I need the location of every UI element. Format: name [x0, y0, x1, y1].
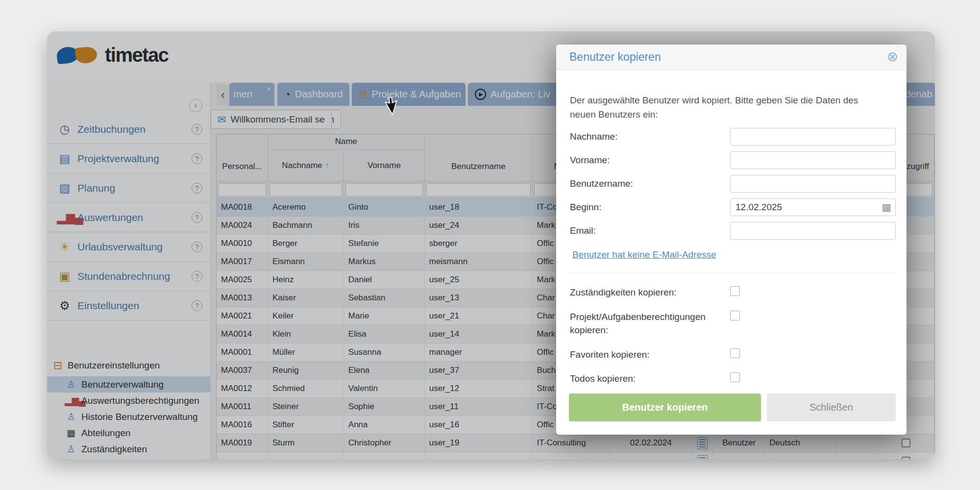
sidebar-collapse-button[interactable]: ‹	[189, 99, 202, 112]
cell-vorname	[344, 452, 425, 459]
help-icon[interactable]: ?	[192, 271, 202, 282]
close-icon[interactable]: ⊗	[887, 50, 898, 64]
help-icon[interactable]: ?	[192, 242, 202, 252]
filter-cell[interactable]	[425, 182, 533, 198]
cell-personalnummer: MA0021	[217, 307, 268, 325]
sidebar-item[interactable]: ▧ Planung ?	[47, 173, 210, 203]
cell-benutzername: user_37	[425, 362, 533, 379]
help-icon[interactable]: ?	[192, 212, 202, 223]
tab-dashboard[interactable]: ◔ Dashboard	[277, 83, 349, 106]
text-input[interactable]: ▦	[730, 222, 896, 240]
sidebar-sub-item[interactable]: ♙ Zuständigkeiten	[47, 441, 210, 457]
toolbar-button[interactable]: ✉ Willkommens-Email se	[211, 110, 332, 129]
help-icon[interactable]: ?	[192, 153, 202, 164]
cell-vorname: Stefanie	[344, 235, 425, 252]
tab-projekte-aufgaben[interactable]: ⊟ Projekte & Aufgaben	[352, 83, 466, 106]
tab-label: men	[233, 89, 252, 100]
cell-nachname: Heinz	[268, 271, 344, 289]
sidebar-item[interactable]: ▂▆▄ Auswertungen ?	[47, 203, 210, 232]
column-header-benutzername[interactable]: Benutzername	[425, 134, 533, 181]
sidebar-item[interactable]: ☀ Urlaubsverwaltung ?	[47, 232, 210, 262]
cell-vorname: Elena	[344, 362, 425, 379]
sidebar-section-benutzereinstellungen[interactable]: ⊟ Benutzereinstellungen	[47, 357, 210, 374]
sidebar-item-icon: ⚙	[57, 299, 73, 313]
sidebar-item-label: Auswertungen	[77, 212, 192, 223]
column-header-vorname[interactable]: Vorname	[344, 150, 425, 181]
sidebar-sub-item-label: Zuständigkeiten	[81, 444, 147, 455]
text-input[interactable]: ▦	[730, 175, 896, 193]
checkbox-row: Projekt/Aufgabenberechtigungen kopieren:	[570, 310, 896, 337]
sidebar-item[interactable]: ⚙ Einstellungen ?	[47, 291, 210, 320]
calendar-icon[interactable]: ▦	[882, 201, 891, 213]
checkbox[interactable]	[730, 372, 740, 382]
filter-input[interactable]	[270, 183, 342, 196]
checkbox[interactable]	[730, 311, 740, 320]
sidebar-item-icon: ▧	[57, 181, 73, 195]
no-email-link[interactable]: Benutzer hat keine E-Mail-Adresse	[572, 249, 716, 260]
sidebar-sub-item[interactable]: ▂▆▄ Auswertungsberechtigungen	[47, 392, 210, 409]
zugriff-checkbox[interactable]	[902, 457, 910, 459]
help-icon[interactable]: ?	[192, 300, 202, 311]
filter-cell[interactable]	[344, 182, 425, 198]
filter-input[interactable]	[345, 183, 423, 196]
tab-scroll-left-button[interactable]: ‹	[217, 85, 229, 105]
sidebar-item-label: Urlaubsverwaltung	[77, 241, 192, 253]
cell-extra	[836, 434, 878, 452]
sidebar-sub-item[interactable]: ♙ Benutzerverwaltung	[47, 376, 210, 392]
sidebar-sub-item[interactable]: ♙ Historie Benutzerverwaltung	[47, 409, 210, 425]
checkbox-label: Projekt/Aufgabenberechtigungen kopieren:	[570, 310, 719, 337]
close-icon[interactable]: ×	[267, 84, 271, 93]
help-icon[interactable]: ?	[192, 124, 202, 135]
filter-input[interactable]	[426, 183, 531, 196]
schliessen-button[interactable]: Schließen	[767, 393, 896, 421]
dialog-buttons: Benutzer kopieren Schließen	[569, 393, 896, 421]
text-input[interactable]: ▦	[730, 128, 896, 146]
sidebar-item-icon: ▂▆▄	[57, 211, 73, 224]
cell-personalnummer: MA0001	[217, 343, 268, 361]
cell-vorname: Ginto	[344, 198, 425, 216]
cell-nachname: Keiler	[268, 307, 344, 325]
benutzer-kopieren-button[interactable]: Benutzer kopieren	[569, 393, 761, 421]
column-header-personalnummer[interactable]: Personal...	[217, 134, 268, 181]
zugriff-checkbox[interactable]	[902, 439, 910, 447]
dialog-form: Nachname: ▦ Vorname: ▦ Benutzername: ▦	[570, 128, 896, 245]
cell-vorname: Daniel	[344, 271, 425, 289]
cell-personalnummer: MA0013	[217, 289, 268, 307]
cell-nachname: Sturm	[268, 434, 344, 452]
logo-orange-drop-icon	[74, 46, 98, 64]
text-input[interactable]: ▦	[730, 151, 896, 169]
filter-cell[interactable]	[217, 182, 268, 198]
help-icon[interactable]: ?	[192, 183, 202, 194]
table-row[interactable]: MA0019 Sturm Christopher user_19 IT-Cons…	[217, 434, 934, 452]
cell-personalnummer: MA0024	[217, 217, 268, 234]
table-row[interactable]	[217, 452, 934, 459]
cell-vorname: Iris	[344, 217, 425, 234]
cell-mitarbeitergruppe: IT-Consulting	[533, 434, 611, 452]
column-header-nachname[interactable]: Nachname ↑	[268, 150, 344, 181]
cell-nachname: Steiner	[268, 398, 344, 416]
sidebar-item[interactable]: ▣ Stundenabrechnung ?	[47, 262, 210, 291]
cell-benutzertyp: Benutzer	[713, 434, 765, 452]
toolbar-button-label: Willkommens-Email se	[231, 114, 325, 125]
sidebar-sub-item[interactable]: ◈ Terminal-Transponderzuordnung	[47, 457, 210, 459]
cell-benutzername: manager	[425, 343, 533, 361]
filter-cell[interactable]	[268, 182, 344, 198]
sort-ascending-icon: ↑	[325, 160, 330, 171]
sidebar: ‹ ◷ Zeitbuchungen ? ▤ Projektverwaltung …	[47, 82, 210, 459]
sidebar-sub-item[interactable]: ▦ Abteilungen	[47, 425, 210, 441]
sidebar-item[interactable]: ▤ Projektverwaltung ?	[47, 144, 210, 173]
sidebar-sub-item-label: Historie Benutzerverwaltung	[81, 412, 198, 422]
mouse-cursor	[383, 97, 400, 117]
tab-partial[interactable]: men ×	[229, 83, 274, 106]
cell-benutzername	[425, 452, 533, 459]
sidebar-sub-item-label: Abteilungen	[81, 428, 130, 439]
checkbox[interactable]	[730, 348, 740, 358]
filter-input[interactable]	[218, 183, 266, 196]
checkbox[interactable]	[730, 286, 740, 296]
cell-nachname: Schmied	[268, 380, 344, 397]
cell-personalnummer	[217, 452, 268, 459]
text-input[interactable]: 12.02.2025 ▦	[730, 198, 896, 216]
cell-nachname: Stifter	[268, 416, 344, 434]
sidebar-item[interactable]: ◷ Zeitbuchungen ?	[47, 115, 210, 144]
list-document-icon	[697, 437, 708, 449]
